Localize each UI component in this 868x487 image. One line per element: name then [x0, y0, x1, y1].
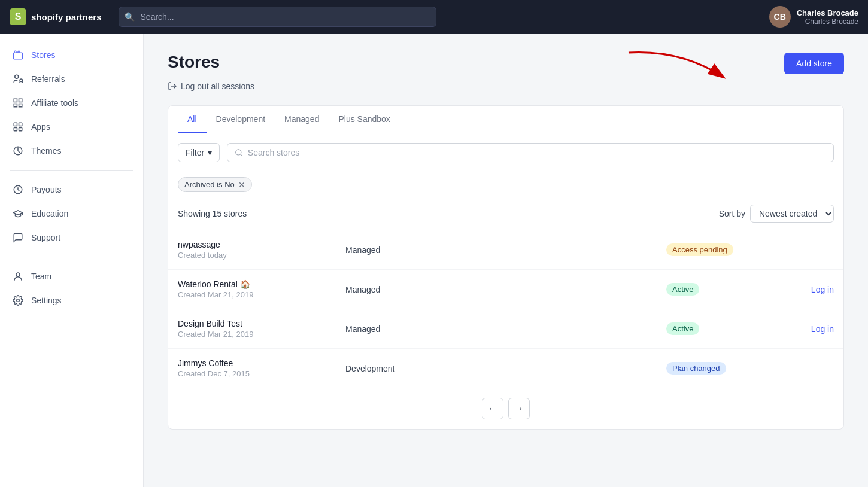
- sidebar: Stores Referrals Affiliate tools Apps: [0, 34, 144, 487]
- store-info: Design Build Test Created Mar 21, 2019: [178, 319, 345, 339]
- sidebar-item-themes[interactable]: Themes: [0, 139, 143, 163]
- svg-rect-7: [14, 123, 17, 126]
- search-stores-container: [227, 143, 834, 162]
- logout-all-sessions[interactable]: Log out all sessions: [168, 81, 844, 91]
- store-type: Managed: [345, 285, 666, 294]
- user-name: Charles Brocade: [797, 8, 858, 17]
- filter-tag-remove[interactable]: ✕: [238, 181, 245, 189]
- svg-rect-10: [14, 128, 17, 131]
- sidebar-item-settings[interactable]: Settings: [0, 288, 143, 312]
- sidebar-item-label: Payouts: [31, 185, 62, 194]
- sidebar-item-team[interactable]: Team: [0, 264, 143, 288]
- sidebar-divider-1: [10, 170, 133, 171]
- user-sub: Charles Brocade: [797, 17, 858, 26]
- education-icon: [12, 208, 24, 220]
- search-wrap: 🔍: [119, 7, 437, 27]
- referrals-icon: [12, 73, 24, 85]
- sidebar-item-referrals[interactable]: Referrals: [0, 67, 143, 91]
- store-type: Managed: [345, 324, 666, 334]
- logout-label: Log out all sessions: [181, 81, 254, 91]
- table-row: Jimmys Coffee Created Dec 7, 2015 Develo…: [168, 349, 843, 388]
- store-name: nwpassage: [178, 240, 345, 249]
- svg-point-14: [17, 299, 20, 302]
- table-row: Design Build Test Created Mar 21, 2019 M…: [168, 309, 843, 349]
- table-row: nwpassage Created today Managed Access p…: [168, 230, 843, 270]
- tab-managed[interactable]: Managed: [275, 106, 329, 133]
- sort-select[interactable]: Newest created: [750, 205, 834, 223]
- filter-chevron-icon: ▾: [208, 148, 212, 157]
- svg-rect-9: [19, 128, 22, 131]
- sidebar-item-education[interactable]: Education: [0, 202, 143, 226]
- sort-row: Sort by Newest created: [719, 205, 834, 223]
- search-stores-icon: [235, 148, 243, 157]
- status-badge: Access pending: [666, 244, 733, 256]
- affiliate-tools-icon: [12, 97, 24, 109]
- sidebar-item-payouts[interactable]: Payouts: [0, 178, 143, 202]
- svg-rect-3: [14, 99, 17, 102]
- store-login-link[interactable]: Log in: [811, 285, 834, 294]
- store-status: Access pending: [666, 244, 786, 256]
- filter-button[interactable]: Filter ▾: [178, 143, 220, 162]
- tab-plus-sandbox[interactable]: Plus Sandbox: [329, 106, 399, 133]
- team-icon: [12, 270, 24, 282]
- store-type: Managed: [345, 245, 666, 255]
- sidebar-item-apps[interactable]: Apps: [0, 115, 143, 139]
- svg-rect-0: [14, 53, 23, 59]
- store-info: Jimmys Coffee Created Dec 7, 2015: [178, 358, 345, 378]
- store-date: Created today: [178, 251, 345, 260]
- filter-label: Filter: [186, 148, 204, 157]
- results-header: Showing 15 stores Sort by Newest created: [168, 197, 843, 230]
- store-action: Log in: [786, 324, 834, 334]
- archived-filter-tag: Archived is No ✕: [178, 177, 252, 192]
- sidebar-item-label: Settings: [31, 296, 62, 305]
- add-store-button[interactable]: Add store: [784, 53, 844, 74]
- search-input[interactable]: [119, 7, 437, 27]
- sidebar-item-label: Apps: [31, 122, 50, 132]
- tab-all[interactable]: All: [178, 106, 207, 133]
- logo: S shopify partners: [10, 8, 102, 25]
- avatar: CB: [769, 6, 791, 28]
- sidebar-divider-2: [10, 257, 133, 257]
- header-right: Add store: [784, 53, 844, 74]
- store-name: Waterloo Rental 🏠: [178, 279, 345, 289]
- support-icon: [12, 232, 24, 244]
- store-status: Plan changed: [666, 362, 786, 375]
- user-menu[interactable]: CB Charles Brocade Charles Brocade: [769, 6, 858, 28]
- user-info: Charles Brocade Charles Brocade: [797, 8, 858, 26]
- sidebar-item-affiliate-tools[interactable]: Affiliate tools: [0, 91, 143, 115]
- status-badge: Plan changed: [666, 362, 726, 375]
- sidebar-item-label: Team: [31, 272, 51, 281]
- store-name: Jimmys Coffee: [178, 358, 345, 368]
- stores-icon: [12, 49, 24, 61]
- top-navigation: S shopify partners 🔍 CB Charles Brocade …: [0, 0, 868, 34]
- stores-card: All Development Managed Plus Sandbox Fil…: [168, 105, 844, 430]
- table-row: Waterloo Rental 🏠 Created Mar 21, 2019 M…: [168, 270, 843, 309]
- sidebar-item-label: Themes: [31, 146, 62, 156]
- status-badge: Active: [666, 283, 699, 296]
- store-action: Log in: [786, 284, 834, 295]
- store-status: Active: [666, 283, 786, 296]
- svg-rect-6: [14, 104, 17, 107]
- svg-line-18: [241, 154, 242, 156]
- search-stores-input[interactable]: [248, 148, 826, 157]
- pagination-prev[interactable]: ←: [482, 398, 503, 419]
- sidebar-item-label: Support: [31, 233, 60, 242]
- svg-point-17: [236, 150, 241, 155]
- logout-icon: [168, 81, 177, 91]
- sidebar-item-label: Referrals: [31, 74, 65, 84]
- themes-icon: [12, 145, 24, 157]
- svg-point-13: [16, 273, 20, 276]
- store-date: Created Dec 7, 2015: [178, 369, 345, 378]
- filter-tags: Archived is No ✕: [168, 172, 843, 197]
- sidebar-item-support[interactable]: Support: [0, 226, 143, 249]
- page-title-group: Stores: [168, 53, 220, 72]
- shopify-icon: S: [10, 8, 26, 25]
- store-name: Design Build Test: [178, 319, 345, 328]
- sidebar-item-stores[interactable]: Stores: [0, 43, 143, 67]
- status-badge: Active: [666, 322, 699, 335]
- svg-rect-4: [19, 99, 22, 102]
- pagination-next[interactable]: →: [508, 398, 530, 419]
- store-login-link[interactable]: Log in: [811, 324, 834, 334]
- store-date: Created Mar 21, 2019: [178, 330, 345, 339]
- tab-development[interactable]: Development: [207, 106, 275, 133]
